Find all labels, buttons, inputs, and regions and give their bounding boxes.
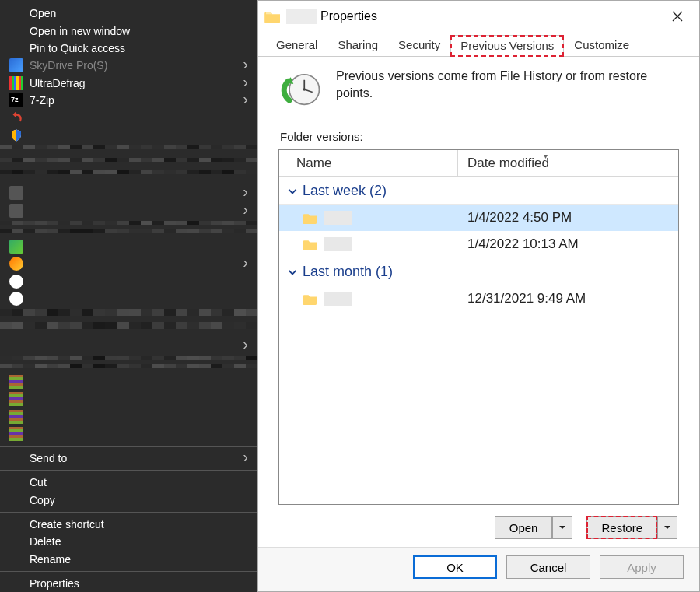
tab-security[interactable]: Security [388, 34, 450, 56]
ctx-send-to-label: Send to [30, 452, 67, 464]
close-button[interactable] [662, 1, 693, 32]
cancel-button[interactable]: Cancel [506, 555, 590, 579]
ctx-redacted-i[interactable] [0, 337, 257, 354]
titlebar: Properties [258, 1, 699, 32]
generic-green-icon [9, 240, 23, 254]
ctx-pin-label: Pin to Quick access [30, 42, 125, 54]
generic-orange-icon [9, 257, 23, 271]
tab-sharing-label: Sharing [338, 38, 378, 51]
ctx-redacted-d[interactable] [0, 201, 257, 219]
folder-icon [264, 9, 282, 23]
title-redacted [286, 9, 317, 24]
version-row[interactable]: 1/4/2022 4:50 PM [279, 205, 678, 231]
redacted-region-2 [0, 221, 257, 236]
open-dropdown-button[interactable] [552, 516, 572, 539]
ctx-open-label: Open [30, 7, 56, 19]
archive-icon [9, 392, 23, 406]
ctx-cut[interactable]: Cut [0, 474, 257, 491]
version-group[interactable]: Last month (1) [279, 257, 678, 285]
ctx-open-new-window[interactable]: Open in new window [0, 22, 257, 39]
restore-split-button: Restore [586, 516, 677, 539]
version-group-label: Last week (2) [303, 183, 387, 199]
dialog-title: Properties [320, 9, 377, 23]
version-list: Name Date modified Last week (2) 1/4/202… [278, 149, 679, 505]
ctx-cut-label: Cut [30, 476, 47, 489]
restore-button-label: Restore [601, 521, 642, 534]
tab-previous-versions[interactable]: Previous Versions [450, 35, 564, 57]
tab-customize[interactable]: Customize [564, 34, 639, 56]
folder-icon [303, 212, 318, 224]
ctx-delete[interactable]: Delete [0, 533, 257, 550]
ok-button[interactable]: OK [413, 555, 497, 579]
separator [0, 571, 257, 572]
ctx-redacted-c[interactable] [0, 184, 257, 201]
column-date-label: Date modified [467, 156, 549, 171]
generic-icon [9, 204, 23, 218]
tab-customize-label: Customize [574, 38, 629, 51]
previous-versions-pane: Previous versions come from File History… [258, 57, 699, 547]
ctx-create-shortcut-label: Create shortcut [30, 518, 104, 531]
skydrive-icon [9, 58, 23, 72]
ctx-redacted-l[interactable] [0, 408, 257, 425]
restore-dropdown-button[interactable] [657, 516, 677, 539]
separator [0, 446, 257, 447]
version-group[interactable]: Last week (2) [279, 177, 678, 205]
ctx-properties[interactable]: Properties [0, 575, 257, 592]
undo-icon [9, 110, 23, 124]
ctx-send-to[interactable]: Send to [0, 450, 257, 467]
ctx-properties-label: Properties [30, 577, 79, 590]
history-clock-icon [278, 68, 322, 111]
tab-general[interactable]: General [266, 34, 327, 56]
ctx-redacted-g[interactable] [0, 273, 257, 290]
version-name-redacted [324, 211, 352, 225]
ctx-7zip[interactable]: 7-Zip [0, 92, 257, 109]
cloud-icon [9, 292, 23, 306]
redacted-region-1 [0, 145, 257, 183]
tab-general-label: General [276, 38, 317, 51]
caret-down-icon [663, 524, 671, 531]
archive-icon [9, 427, 23, 441]
generic-icon [9, 186, 23, 200]
ctx-open-new-window-label: Open in new window [30, 25, 130, 37]
version-row[interactable]: 1/4/2022 10:13 AM [279, 231, 678, 257]
context-menu: Open Open in new window Pin to Quick acc… [0, 0, 257, 592]
ctx-create-shortcut[interactable]: Create shortcut [0, 516, 257, 533]
ctx-redacted-h[interactable] [0, 290, 257, 307]
tab-sharing[interactable]: Sharing [327, 34, 388, 56]
tab-bar: General Sharing Security Previous Versio… [258, 32, 699, 57]
separator [0, 512, 257, 513]
ctx-redacted-b[interactable] [0, 127, 257, 144]
ctx-rename-label: Rename [30, 553, 71, 566]
ctx-copy[interactable]: Copy [0, 492, 257, 509]
version-row[interactable]: 12/31/2021 9:49 AM [279, 285, 678, 312]
ctx-redacted-e[interactable] [0, 238, 257, 255]
ctx-redacted-m[interactable] [0, 426, 257, 443]
archive-icon [9, 375, 23, 389]
ctx-rename[interactable]: Rename [0, 551, 257, 568]
caret-down-icon [558, 524, 566, 531]
chevron-down-icon [287, 186, 298, 197]
action-row: Open Restore [278, 505, 679, 539]
version-name-redacted [324, 292, 352, 306]
info-row: Previous versions come from File History… [278, 68, 679, 111]
version-group-label: Last month (1) [303, 264, 393, 280]
restore-button[interactable]: Restore [586, 516, 657, 539]
version-name-redacted [324, 237, 352, 251]
ctx-pin-quick-access[interactable]: Pin to Quick access [0, 40, 257, 57]
properties-dialog: Properties General Sharing Security Prev… [257, 0, 700, 592]
defender-shield-icon [9, 128, 23, 142]
ctx-redacted-f[interactable] [0, 255, 257, 272]
ctx-redacted-a[interactable] [0, 109, 257, 126]
ctx-redacted-j[interactable] [0, 373, 257, 391]
column-name[interactable]: Name [279, 150, 458, 176]
column-date-modified[interactable]: Date modified [458, 150, 678, 176]
dialog-button-row: OK Cancel Apply [258, 547, 699, 591]
ctx-open[interactable]: Open [0, 5, 257, 22]
ctx-skydrive[interactable]: SkyDrive Pro(S) [0, 57, 257, 74]
folder-icon [303, 238, 318, 250]
ctx-delete-label: Delete [30, 535, 61, 548]
ctx-redacted-k[interactable] [0, 391, 257, 408]
tab-previous-versions-label: Previous Versions [460, 39, 554, 52]
ctx-ultradefrag[interactable]: UltraDefrag [0, 75, 257, 92]
open-button[interactable]: Open [495, 516, 553, 539]
